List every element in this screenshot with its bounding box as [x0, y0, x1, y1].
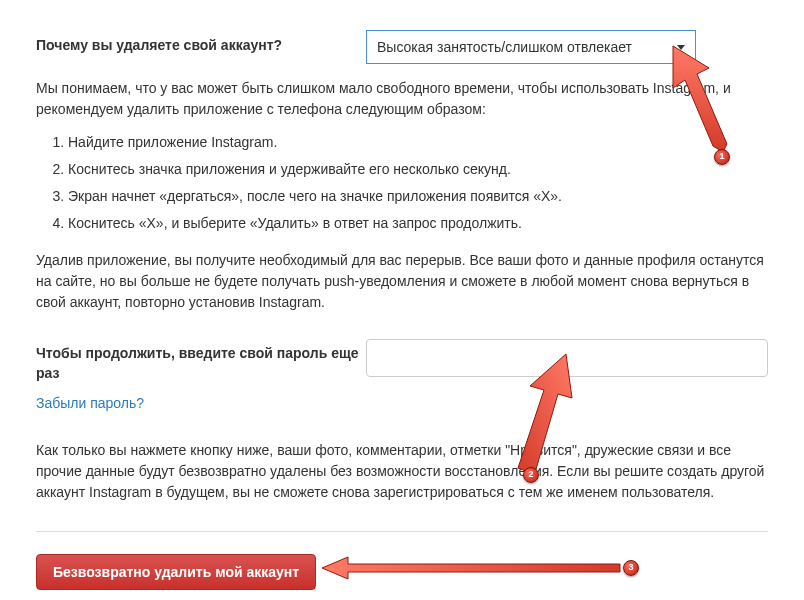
list-item: Коснитесь «X», и выберите «Удалить» в от… — [68, 213, 768, 234]
delete-reason-select[interactable]: Высокая занятость/слишком отвлекает — [366, 30, 696, 64]
uninstall-steps-list: Найдите приложение Instagram. Коснитесь … — [68, 132, 768, 234]
after-uninstall-text: Удалив приложение, вы получите необходим… — [36, 250, 768, 313]
delete-reason-label: Почему вы удаляете свой аккаунт? — [36, 30, 366, 56]
password-input[interactable] — [366, 339, 768, 377]
annotation-marker-3: 3 — [623, 560, 639, 576]
permanent-delete-warning: Как только вы нажмете кнопку ниже, ваши … — [36, 440, 768, 503]
forgot-password-link[interactable]: Забыли пароль? — [36, 393, 144, 414]
annotation-marker-2: 2 — [523, 467, 539, 483]
password-reenter-label: Чтобы продолжить, введите свой пароль ещ… — [36, 339, 366, 383]
annotation-arrow-3 — [320, 555, 630, 581]
intro-text: Мы понимаем, что у вас может быть слишко… — [36, 78, 768, 120]
separator — [36, 531, 768, 532]
permanently-delete-button[interactable]: Безвозвратно удалить мой аккаунт — [36, 554, 316, 590]
list-item: Коснитесь значка приложения и удерживайт… — [68, 159, 768, 180]
annotation-marker-1: 1 — [714, 149, 730, 165]
list-item: Найдите приложение Instagram. — [68, 132, 768, 153]
svg-marker-2 — [322, 557, 620, 579]
list-item: Экран начнет «дергаться», после чего на … — [68, 186, 768, 207]
delete-reason-selected: Высокая занятость/слишком отвлекает — [377, 37, 632, 58]
